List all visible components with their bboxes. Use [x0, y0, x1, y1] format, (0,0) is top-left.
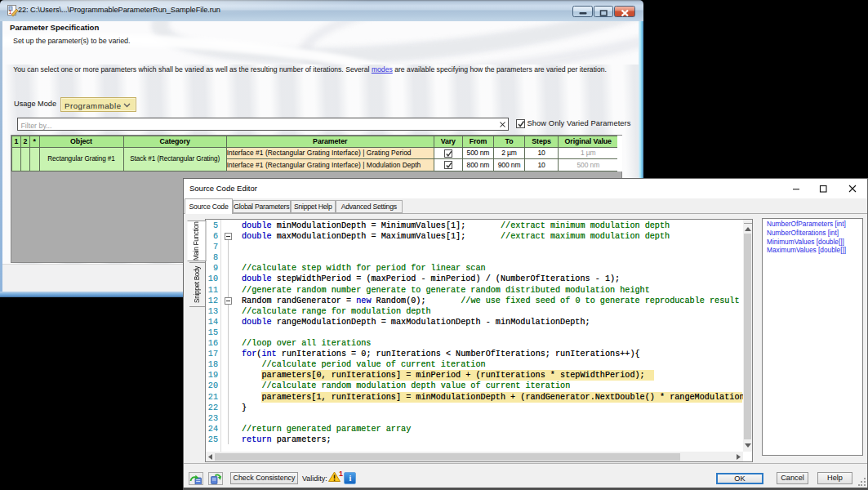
svg-text:1: 1 — [9, 9, 12, 15]
svg-text:1: 1 — [339, 470, 343, 478]
